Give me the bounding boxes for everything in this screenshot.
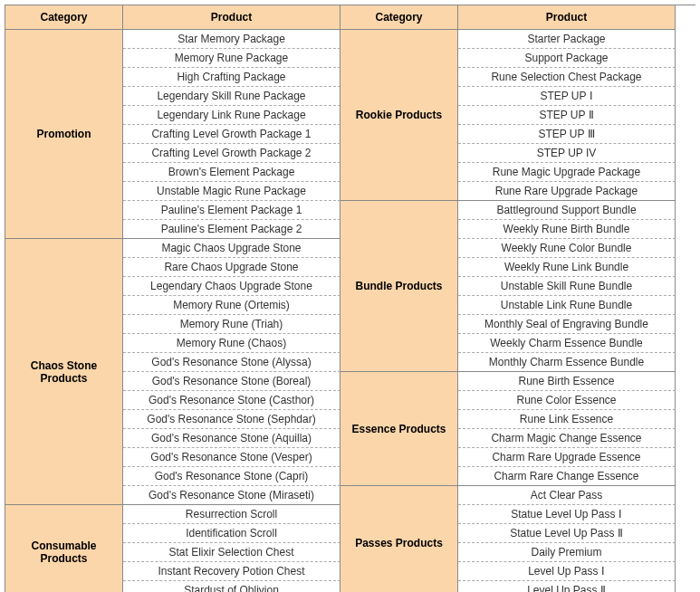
product-cell: Monthly Charm Essence Bundle [458, 353, 676, 372]
product-cell: Rune Birth Essence [458, 372, 676, 391]
product-cell: Memory Rune (Chaos) [123, 334, 340, 353]
product-cell: Weekly Rune Birth Bundle [458, 220, 676, 239]
product-cell: Resurrection Scroll [123, 505, 340, 524]
product-cell: STEP UP IV [458, 144, 676, 163]
product-cell: Support Package [458, 49, 676, 68]
product-table: Category Product Category Product Promot… [5, 5, 695, 592]
product-cell: Unstable Magic Rune Package [123, 182, 340, 201]
product-cell: Brown's Element Package [123, 163, 340, 182]
product-cell: Rune Magic Upgrade Package [458, 163, 676, 182]
header-category-right: Category [340, 5, 458, 30]
product-cell: Battleground Support Bundle [458, 201, 676, 220]
product-cell: Crafting Level Growth Package 1 [123, 125, 340, 144]
product-cell: Rune Selection Chest Package [458, 68, 676, 87]
product-cell: Charm Rare Change Essence [458, 467, 676, 486]
product-cell: God's Resonance Stone (Sephdar) [123, 410, 340, 429]
product-cell: Monthly Seal of Engraving Bundle [458, 315, 676, 334]
product-cell: Starter Package [458, 30, 676, 49]
product-cell: Charm Magic Change Essence [458, 429, 676, 448]
product-cell: Unstable Link Rune Bundle [458, 296, 676, 315]
product-cell: Weekly Charm Essence Bundle [458, 334, 676, 353]
product-cell: Stardust of Oblivion [123, 581, 340, 592]
product-cell: God's Resonance Stone (Vesper) [123, 448, 340, 467]
product-cell: God's Resonance Stone (Aquilla) [123, 429, 340, 448]
product-cell: STEP UP Ⅰ [458, 87, 676, 106]
product-cell: Legendary Skill Rune Package [123, 87, 340, 106]
product-cell: God's Resonance Stone (Casthor) [123, 391, 340, 410]
product-cell: Pauline's Element Package 1 [123, 201, 340, 220]
product-cell: Rune Rare Upgrade Package [458, 182, 676, 201]
product-cell: Rune Color Essence [458, 391, 676, 410]
cat-promotion: Promotion [5, 30, 123, 239]
product-cell: Pauline's Element Package 2 [123, 220, 340, 239]
product-cell: God's Resonance Stone (Boreal) [123, 372, 340, 391]
product-cell: Stat Elixir Selection Chest [123, 543, 340, 562]
product-cell: High Crafting Package [123, 68, 340, 87]
product-cell: Weekly Rune Link Bundle [458, 258, 676, 277]
product-cell: God's Resonance Stone (Miraseti) [123, 486, 340, 505]
product-cell: Star Memory Package [123, 30, 340, 49]
product-cell: Legendary Link Rune Package [123, 106, 340, 125]
header-category-left: Category [5, 5, 123, 30]
product-cell: Rune Link Essence [458, 410, 676, 429]
product-cell: Charm Rare Upgrade Essence [458, 448, 676, 467]
product-cell: God's Resonance Stone (Capri) [123, 467, 340, 486]
cat-chaos: Chaos Stone Products [5, 239, 123, 505]
product-cell: Level Up Pass Ⅰ [458, 562, 676, 581]
product-cell: Rare Chaos Upgrade Stone [123, 258, 340, 277]
product-cell: Memory Rune Package [123, 49, 340, 68]
product-cell: STEP UP Ⅲ [458, 125, 676, 144]
cat-essence: Essence Products [340, 372, 458, 486]
product-cell: Unstable Skill Rune Bundle [458, 277, 676, 296]
product-cell: Daily Premium [458, 543, 676, 562]
header-product-right: Product [458, 5, 676, 30]
product-cell: Act Clear Pass [458, 486, 676, 505]
cat-consumable: Consumable Products [5, 505, 123, 592]
product-cell: Weekly Rune Color Bundle [458, 239, 676, 258]
product-cell: Instant Recovery Potion Chest [123, 562, 340, 581]
cat-passes: Passes Products [340, 486, 458, 592]
product-cell: STEP UP Ⅱ [458, 106, 676, 125]
header-product-left: Product [123, 5, 340, 30]
product-cell: Identification Scroll [123, 524, 340, 543]
product-cell: Statue Level Up Pass Ⅰ [458, 505, 676, 524]
product-cell: Memory Rune (Triah) [123, 315, 340, 334]
cat-bundle: Bundle Products [340, 201, 458, 372]
cat-rookie: Rookie Products [340, 30, 458, 201]
product-cell: Level Up Pass Ⅱ [458, 581, 676, 592]
product-cell: God's Resonance Stone (Alyssa) [123, 353, 340, 372]
product-cell: Magic Chaos Upgrade Stone [123, 239, 340, 258]
product-cell: Memory Rune (Ortemis) [123, 296, 340, 315]
product-cell: Statue Level Up Pass Ⅱ [458, 524, 676, 543]
product-cell: Legendary Chaos Upgrade Stone [123, 277, 340, 296]
product-cell: Crafting Level Growth Package 2 [123, 144, 340, 163]
